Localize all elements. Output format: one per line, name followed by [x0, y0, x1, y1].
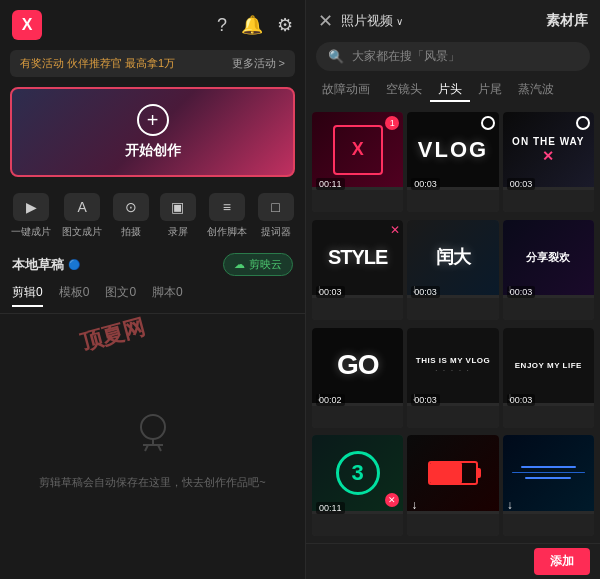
tab-graphic[interactable]: 图文0: [105, 284, 136, 307]
section-title: 本地草稿 🔵: [12, 256, 80, 274]
list-item[interactable]: ↓: [407, 435, 498, 535]
notification-icon[interactable]: 🔔: [241, 14, 263, 36]
banner[interactable]: 有奖活动 伙伴推荐官 最高拿1万 更多活动 >: [10, 50, 295, 77]
thumb-man: 闰大: [407, 220, 498, 295]
tab-template[interactable]: 模板0: [59, 284, 90, 307]
item-label: [312, 190, 403, 212]
bottom-bar: 添加: [306, 543, 600, 579]
thumb-enjoy: ENJOY MY LIFE: [503, 328, 594, 403]
tool-one-click-label: 一键成片: [11, 225, 51, 239]
tool-graphic-label: 图文成片: [62, 225, 102, 239]
prompter-icon: □: [258, 193, 294, 221]
thumb-battery: [407, 435, 498, 510]
cat-tab-glitch[interactable]: 故障动画: [314, 79, 378, 102]
duration-label: 00:03: [507, 178, 536, 190]
item-label: [312, 514, 403, 536]
left-panel: X ? 🔔 ⚙ 有奖活动 伙伴推荐官 最高拿1万 更多活动 > + 开始创作 ▶…: [0, 0, 305, 579]
empty-icon: [123, 402, 183, 462]
cat-tab-ending[interactable]: 片尾: [470, 79, 510, 102]
right-header-left: ✕ 照片视频 ∨: [318, 10, 403, 32]
dropdown-icon[interactable]: 🔵: [68, 259, 80, 270]
empty-state: 剪辑草稿会自动保存在这里，快去创作作品吧~: [0, 314, 305, 579]
tab-script[interactable]: 脚本0: [152, 284, 183, 307]
tool-graphic[interactable]: A 图文成片: [62, 193, 102, 239]
list-item[interactable]: 分享裂欢 ↓ 00:03: [503, 220, 594, 320]
list-item[interactable]: ↓: [503, 435, 594, 535]
banner-more[interactable]: 更多活动 >: [232, 56, 285, 71]
script-icon: ≡: [209, 193, 245, 221]
duration-label: 00:03: [507, 286, 536, 298]
category-tabs: 故障动画 空镜头 片头 片尾 蒸汽波: [306, 77, 600, 108]
list-item[interactable]: THIS IS MY VLOG · · · · · ↓ 00:03: [407, 328, 498, 428]
item-label: [407, 298, 498, 320]
duration-label: 00:03: [411, 286, 440, 298]
tool-script-label: 创作脚本: [207, 225, 247, 239]
item-label: [503, 190, 594, 212]
tool-record-label: 录屏: [168, 225, 188, 239]
right-header: ✕ 照片视频 ∨ 素材库: [306, 0, 600, 38]
right-panel: ✕ 照片视频 ∨ 素材库 🔍 大家都在搜「风景」 故障动画 空镜头 片头 片尾 …: [305, 0, 600, 579]
banner-text: 有奖活动 伙伴推荐官 最高拿1万: [20, 56, 175, 71]
close-button[interactable]: ✕: [318, 10, 333, 32]
cloud-button[interactable]: ☁ 剪映云: [223, 253, 293, 276]
duration-label: 00:11: [316, 178, 345, 190]
tool-record[interactable]: ▣ 录屏: [160, 193, 196, 239]
tool-script[interactable]: ≡ 创作脚本: [207, 193, 247, 239]
thumb-blue: [503, 435, 594, 510]
list-item[interactable]: GO ↓ 00:02: [312, 328, 403, 428]
list-item[interactable]: 3 ✕ 00:11: [312, 435, 403, 535]
list-item[interactable]: ON THE WAY ✕ 00:03: [503, 112, 594, 212]
section-title-row: 本地草稿 🔵 ☁ 剪映云: [0, 245, 305, 280]
duration-label: 00:11: [316, 502, 345, 514]
thumb-onway: ON THE WAY ✕: [503, 112, 594, 187]
svg-point-0: [141, 415, 165, 439]
thumb-style: STYLE ✕: [312, 220, 403, 295]
cat-tab-opening[interactable]: 片头: [430, 79, 470, 102]
photo-video-chevron-icon: ∨: [396, 16, 403, 27]
list-item[interactable]: ENJOY MY LIFE ↓ 00:03: [503, 328, 594, 428]
search-icon: 🔍: [328, 49, 344, 64]
download-icon: ↓: [411, 498, 417, 512]
item-label: [407, 406, 498, 428]
search-bar[interactable]: 🔍 大家都在搜「风景」: [316, 42, 590, 71]
thumb-go: GO: [312, 328, 403, 403]
item-label: [312, 406, 403, 428]
create-label: 开始创作: [125, 142, 181, 160]
list-item[interactable]: X 1 00:11: [312, 112, 403, 212]
tool-shoot-label: 拍摄: [121, 225, 141, 239]
material-lib-button[interactable]: 素材库: [546, 12, 588, 30]
list-item[interactable]: STYLE ✕ ↓ 00:03: [312, 220, 403, 320]
download-icon: ↓: [507, 498, 513, 512]
photo-video-button[interactable]: 照片视频 ∨: [341, 12, 403, 30]
thumb-thisis: THIS IS MY VLOG · · · · ·: [407, 328, 498, 403]
duration-label: 00:03: [507, 394, 536, 406]
tab-edit[interactable]: 剪辑0: [12, 284, 43, 307]
item-label: [407, 190, 498, 212]
radio-unselected: [481, 116, 495, 130]
radio-unselected: [576, 116, 590, 130]
list-item[interactable]: 闰大 ↓ 00:03: [407, 220, 498, 320]
duration-label: 00:03: [411, 178, 440, 190]
item-label: [312, 298, 403, 320]
cat-tab-empty[interactable]: 空镜头: [378, 79, 430, 102]
duration-label: 00:03: [316, 286, 345, 298]
tool-one-click[interactable]: ▶ 一键成片: [11, 193, 51, 239]
cat-tab-vaporwave[interactable]: 蒸汽波: [510, 79, 562, 102]
thumb-first: X 1: [312, 112, 403, 187]
create-plus-icon: +: [137, 104, 169, 136]
duration-label: 00:03: [411, 394, 440, 406]
tool-shoot[interactable]: ⊙ 拍摄: [113, 193, 149, 239]
duration-label: 00:02: [316, 394, 345, 406]
item-label: [503, 406, 594, 428]
empty-text: 剪辑草稿会自动保存在这里，快去创作作品吧~: [39, 474, 265, 492]
item-label: [503, 514, 594, 536]
tool-prompter[interactable]: □ 提词器: [258, 193, 294, 239]
settings-icon[interactable]: ⚙: [277, 14, 293, 36]
left-header: X ? 🔔 ⚙: [0, 0, 305, 46]
search-placeholder: 大家都在搜「风景」: [352, 48, 460, 65]
list-item[interactable]: VLOG 00:03: [407, 112, 498, 212]
add-button[interactable]: 添加: [534, 548, 590, 575]
create-button-area[interactable]: + 开始创作: [10, 87, 295, 177]
help-icon[interactable]: ?: [217, 15, 227, 36]
record-icon: ▣: [160, 193, 196, 221]
